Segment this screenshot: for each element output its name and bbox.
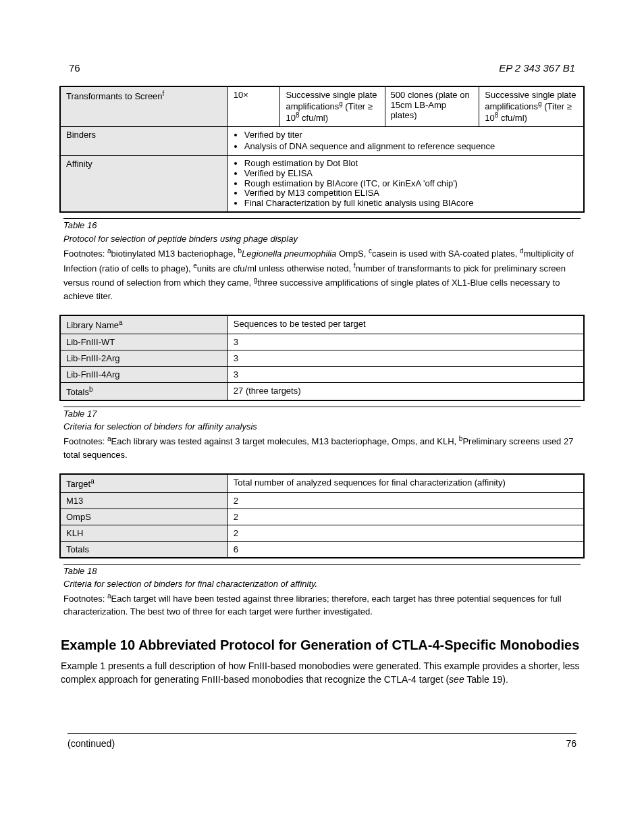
table-18-title: Criteria for selection of binders for fi… bbox=[63, 577, 581, 591]
table-18: TargetaTotal number of analyzed sequence… bbox=[59, 473, 585, 558]
table-cell: 10× bbox=[227, 86, 280, 126]
list-item: Rough estimation by BIAcore (ITC, or Kin… bbox=[244, 179, 578, 189]
table-row-label: M13 bbox=[60, 492, 227, 509]
table-row-label: Binders bbox=[60, 126, 227, 155]
table-16-footnotes: Footnotes: abiotinylated M13 bacteriopha… bbox=[63, 249, 574, 301]
table-18-label: Table 18 bbox=[63, 566, 97, 576]
footer-page-number: 76 bbox=[566, 738, 576, 749]
footer-continued: (continued) bbox=[68, 738, 115, 749]
table-row-label: Lib-FnIII-2Arg bbox=[60, 350, 227, 366]
list-item: Rough estimation by Dot Blot bbox=[244, 159, 578, 169]
table-row-label: Affinity bbox=[60, 155, 227, 212]
table-17-title: Criteria for selection of binders for af… bbox=[63, 420, 581, 434]
section-paragraph: Example 1 presents a full description of… bbox=[61, 660, 585, 686]
table-17-caption: Table 17 Criteria for selection of binde… bbox=[63, 407, 581, 461]
header-page-number: 76 bbox=[69, 62, 80, 74]
table-17: Library NameaSequences to be tested per … bbox=[59, 315, 585, 401]
table-17-label: Table 17 bbox=[63, 409, 97, 419]
table-17-footnotes: Footnotes: aEach library was tested agai… bbox=[63, 436, 573, 460]
table-cell: Verified by titerAnalysis of DNA sequenc… bbox=[227, 126, 584, 155]
list-item: Verified by M13 competition ELISA bbox=[244, 188, 578, 199]
table-18-caption: Table 18 Criteria for selection of binde… bbox=[63, 564, 581, 619]
table-cell: 3 bbox=[227, 366, 584, 382]
table-16: Transformants to Screenf10×Successive si… bbox=[59, 86, 585, 213]
table-cell: 2 bbox=[227, 525, 584, 541]
table-cell: Total number of analyzed sequences for f… bbox=[227, 474, 584, 492]
list-item: Verified by titer bbox=[244, 130, 578, 141]
table-row-label: Targeta bbox=[60, 474, 227, 492]
header-doc-code: EP 2 343 367 B1 bbox=[499, 62, 575, 74]
table-row-label: Totals bbox=[60, 541, 227, 558]
list-item: Final Characterization by full kinetic a… bbox=[244, 199, 578, 209]
table-16-title: Protocol for selection of peptide binder… bbox=[63, 232, 581, 246]
table-18-footnotes: Footnotes: aEach target will have been t… bbox=[63, 594, 562, 617]
table-cell: Successive single plate amplificationsg … bbox=[280, 86, 385, 126]
page-footer: (continued) 76 bbox=[68, 733, 576, 749]
table-16-caption: Table 16 Protocol for selection of pepti… bbox=[63, 218, 581, 303]
table-cell: Sequences to be tested per target bbox=[227, 315, 584, 334]
table-row-label: Transformants to Screenf bbox=[60, 86, 227, 126]
table-cell: 2 bbox=[227, 492, 584, 509]
table-cell: Successive single plate amplificationsg … bbox=[479, 86, 584, 126]
table-cell: 6 bbox=[227, 541, 584, 558]
table-row-label: Lib-FnIII-4Arg bbox=[60, 366, 227, 382]
table-cell: 2 bbox=[227, 509, 584, 525]
table-row-label: KLH bbox=[60, 525, 227, 541]
table-row-label: Library Namea bbox=[60, 315, 227, 334]
section-heading: Example 10 Abbreviated Protocol for Gene… bbox=[61, 637, 585, 653]
table-cell: 500 clones (plate on 15cm LB-Amp plates) bbox=[385, 86, 479, 126]
list-item: Analysis of DNA sequence and alignment t… bbox=[244, 141, 578, 153]
table-16-label: Table 16 bbox=[63, 220, 97, 230]
table-cell: Rough estimation by Dot BlotVerified by … bbox=[227, 155, 584, 212]
table-row-label: Totalsb bbox=[60, 382, 227, 400]
table-row-label: OmpS bbox=[60, 509, 227, 525]
table-cell: 3 bbox=[227, 350, 584, 366]
list-item: Verified by ELISA bbox=[244, 169, 578, 179]
page-header: 76 EP 2 343 367 B1 bbox=[59, 62, 585, 74]
table-row-label: Lib-FnIII-WT bbox=[60, 334, 227, 350]
table-cell: 3 bbox=[227, 334, 584, 350]
table-cell: 27 (three targets) bbox=[227, 382, 584, 400]
